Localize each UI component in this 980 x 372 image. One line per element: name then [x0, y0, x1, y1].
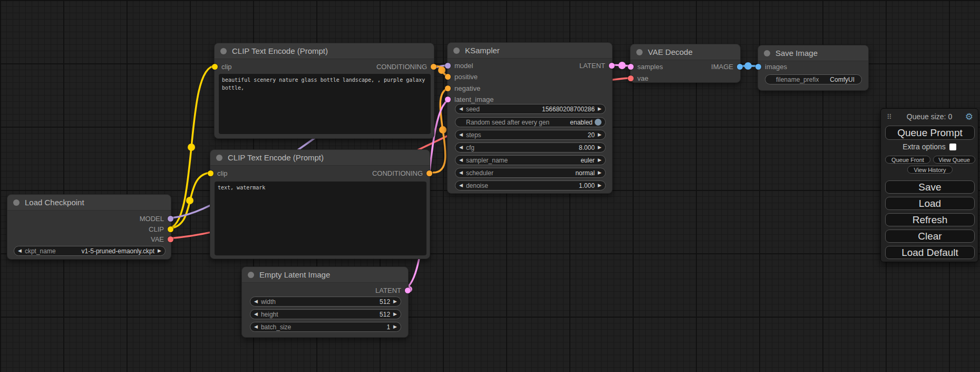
node-clip-text-encode-positive[interactable]: CLIP Text Encode (Prompt) clip CONDITION…: [214, 43, 434, 139]
decrement-arrow-icon[interactable]: ◀: [459, 170, 463, 175]
output-port-latent[interactable]: LATENT: [579, 61, 615, 70]
decrement-arrow-icon[interactable]: ◀: [459, 183, 463, 188]
ckpt-name-widget[interactable]: ◀ ckpt_name v1-5-pruned-emaonly.ckpt ▶: [14, 246, 166, 256]
image-port-dot[interactable]: [737, 64, 743, 70]
decrement-arrow-icon[interactable]: ◀: [254, 312, 258, 317]
output-port-conditioning[interactable]: CONDITIONING: [376, 62, 436, 71]
node-title: Save Image: [758, 45, 868, 61]
increment-arrow-icon[interactable]: ▶: [598, 132, 601, 137]
node-save-image[interactable]: Save Image images filename_prefix ComfyU…: [758, 45, 869, 91]
collapse-dot-icon[interactable]: [248, 272, 254, 278]
conditioning-port-dot[interactable]: [431, 64, 436, 70]
input-port-latent-image[interactable]: latent_image: [445, 94, 493, 104]
view-history-button[interactable]: View History: [907, 166, 953, 174]
graph-canvas[interactable]: { "colors": { "MODEL": "#B39DDB", "CLIP"…: [0, 0, 980, 372]
random-seed-toggle[interactable]: Random seed after every gen enabled: [455, 117, 606, 127]
sampler-name-widget[interactable]: ◀ sampler_name euler ▶: [455, 155, 606, 165]
input-port-positive[interactable]: positive: [445, 72, 478, 81]
clip-port-dot[interactable]: [212, 64, 218, 70]
steps-widget[interactable]: ◀ steps 20 ▶: [455, 130, 606, 140]
increment-arrow-icon[interactable]: ▶: [598, 107, 601, 111]
extra-options-checkbox[interactable]: [949, 144, 956, 150]
toggle-knob-icon[interactable]: [595, 119, 601, 126]
collapse-dot-icon[interactable]: [13, 199, 20, 206]
decrement-arrow-icon[interactable]: ◀: [459, 145, 463, 150]
refresh-button[interactable]: Refresh: [885, 213, 975, 226]
link-midpoint-dot: [438, 66, 445, 74]
decrement-arrow-icon[interactable]: ◀: [459, 132, 463, 137]
input-port-clip[interactable]: clip: [208, 168, 228, 178]
positive-prompt-textarea[interactable]: beautiful scenery nature glass bottle la…: [219, 74, 431, 134]
collapse-dot-icon[interactable]: [636, 49, 643, 55]
output-port-model[interactable]: MODEL: [140, 214, 173, 223]
denoise-widget[interactable]: ◀ denoise 1.000 ▶: [455, 180, 606, 190]
decrement-arrow-icon[interactable]: ◀: [254, 325, 258, 329]
latent-port-dot[interactable]: [405, 288, 411, 293]
input-port-vae[interactable]: vae: [628, 73, 648, 83]
conditioning-port-dot[interactable]: [445, 85, 451, 91]
node-vae-decode[interactable]: VAE Decode samples vae IMAGE: [630, 44, 741, 83]
conditioning-port-dot[interactable]: [445, 74, 451, 80]
queue-front-button[interactable]: Queue Front: [885, 156, 930, 164]
output-port-vae[interactable]: VAE: [151, 234, 173, 244]
collapse-dot-icon[interactable]: [764, 50, 770, 56]
port-label: negative: [454, 84, 480, 92]
decrement-arrow-icon[interactable]: ◀: [459, 107, 463, 111]
cfg-widget[interactable]: ◀ cfg 8.000 ▶: [455, 142, 606, 152]
node-load-checkpoint[interactable]: Load Checkpoint MODEL CLIP VAE ◀ ckpt_na…: [7, 194, 171, 260]
filename-prefix-widget[interactable]: filename_prefix ComfyUI: [765, 74, 862, 84]
conditioning-port-dot[interactable]: [426, 170, 432, 176]
input-port-samples[interactable]: samples: [628, 62, 663, 71]
clear-button[interactable]: Clear: [885, 230, 975, 243]
output-port-conditioning[interactable]: CONDITIONING: [372, 168, 432, 178]
increment-arrow-icon[interactable]: ▶: [393, 312, 397, 317]
input-port-clip[interactable]: clip: [212, 62, 232, 71]
load-default-button[interactable]: Load Default: [885, 246, 975, 259]
increment-arrow-icon[interactable]: ▶: [598, 183, 601, 188]
collapse-dot-icon[interactable]: [216, 155, 222, 161]
node-title-label: CLIP Text Encode (Prompt): [228, 153, 324, 162]
vae-port-dot[interactable]: [168, 236, 173, 242]
output-port-latent[interactable]: LATENT: [375, 285, 411, 295]
decrement-arrow-icon[interactable]: ◀: [18, 249, 22, 253]
link-midpoint-dot: [186, 197, 193, 204]
increment-arrow-icon[interactable]: ▶: [158, 249, 161, 253]
decrement-arrow-icon[interactable]: ◀: [254, 299, 258, 304]
queue-prompt-button[interactable]: Queue Prompt: [885, 126, 975, 140]
increment-arrow-icon[interactable]: ▶: [598, 145, 601, 150]
increment-arrow-icon[interactable]: ▶: [393, 299, 397, 304]
latent-port-dot[interactable]: [628, 64, 634, 70]
input-port-model[interactable]: model: [445, 61, 473, 70]
seed-widget[interactable]: ◀ seed 156680208700286 ▶: [455, 104, 606, 114]
settings-gear-icon[interactable]: ⚙: [965, 112, 973, 121]
output-port-image[interactable]: IMAGE: [711, 62, 743, 71]
scheduler-widget[interactable]: ◀ scheduler normal ▶: [455, 168, 606, 178]
save-button[interactable]: Save: [885, 180, 975, 194]
width-widget[interactable]: ◀ width 512 ▶: [250, 297, 401, 307]
clip-port-dot[interactable]: [208, 170, 214, 176]
model-port-dot[interactable]: [168, 216, 173, 222]
input-port-images[interactable]: images: [755, 62, 787, 71]
image-port-dot[interactable]: [755, 64, 761, 70]
collapse-dot-icon[interactable]: [453, 47, 460, 54]
view-queue-button[interactable]: View Queue: [933, 156, 975, 164]
collapse-dot-icon[interactable]: [220, 48, 227, 54]
node-empty-latent-image[interactable]: Empty Latent Image LATENT ◀ width 512 ▶ …: [241, 266, 409, 338]
clip-port-dot[interactable]: [168, 226, 173, 232]
node-clip-text-encode-negative[interactable]: CLIP Text Encode (Prompt) clip CONDITION…: [210, 149, 430, 259]
batch-size-widget[interactable]: ◀ batch_size 1 ▶: [250, 322, 401, 332]
negative-prompt-textarea[interactable]: text, watermark: [215, 182, 426, 255]
decrement-arrow-icon[interactable]: ◀: [459, 158, 463, 163]
load-button[interactable]: Load: [885, 197, 975, 210]
increment-arrow-icon[interactable]: ▶: [598, 170, 601, 175]
increment-arrow-icon[interactable]: ▶: [393, 325, 397, 329]
node-ksampler[interactable]: KSampler model positive negative latent_…: [447, 42, 613, 194]
height-widget[interactable]: ◀ height 512 ▶: [250, 309, 401, 319]
latent-port-dot[interactable]: [609, 63, 615, 69]
input-port-negative[interactable]: negative: [445, 83, 480, 93]
model-port-dot[interactable]: [445, 63, 451, 69]
output-port-clip[interactable]: CLIP: [149, 224, 173, 234]
increment-arrow-icon[interactable]: ▶: [598, 158, 601, 163]
latent-port-dot[interactable]: [445, 97, 451, 102]
vae-port-dot[interactable]: [628, 75, 634, 81]
